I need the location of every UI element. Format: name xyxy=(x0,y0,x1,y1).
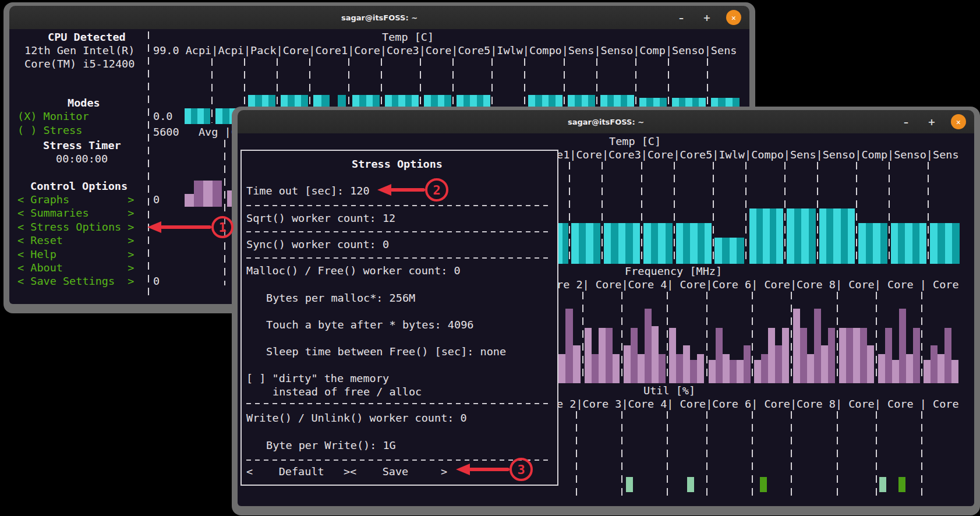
touch-byte-field[interactable]: Touch a byte after * bytes: 4096 xyxy=(266,319,473,331)
menu-reset[interactable]: < Reset > xyxy=(17,235,134,246)
menu-stress-options[interactable]: < Stress Options > xyxy=(17,221,134,233)
menu-save-settings[interactable]: < Save Settings > xyxy=(17,275,134,287)
minimize-button[interactable]: – xyxy=(675,12,688,23)
save-button[interactable]: < Save > xyxy=(350,466,447,478)
front-window-title: sagar@itsFOSS: ~ xyxy=(568,118,644,126)
timeout-field[interactable]: Time out [sec]: 120 xyxy=(246,185,370,197)
close-button[interactable]: ✕ xyxy=(726,10,741,25)
malloc-worker-field[interactable]: Malloc() / Free() worker count: 0 xyxy=(246,265,461,277)
back-titlebar[interactable]: sagar@itsFOSS: ~ – + ✕ xyxy=(9,6,749,29)
front-titlebar[interactable]: sagar@itsFOSS: ~ – + ✕ xyxy=(238,110,974,133)
close-button[interactable]: ✕ xyxy=(951,114,966,129)
bytes-per-malloc-field[interactable]: Bytes per malloc*: 256M xyxy=(266,292,415,304)
menu-about[interactable]: < About > xyxy=(17,262,134,274)
back-window-title: sagar@itsFOSS: ~ xyxy=(341,13,418,22)
default-button[interactable]: < Default > xyxy=(246,466,350,478)
maximize-button[interactable]: + xyxy=(925,116,938,128)
menu-summaries[interactable]: < Summaries > xyxy=(17,207,134,219)
maximize-button[interactable]: + xyxy=(700,12,713,23)
byte-per-write-field[interactable]: Byte per Write(): 1G xyxy=(266,440,396,451)
sqrt-worker-field[interactable]: Sqrt() worker count: 12 xyxy=(246,213,395,224)
sync-worker-field[interactable]: Sync() worker count: 0 xyxy=(246,239,389,250)
sleep-time-field[interactable]: Sleep time between Free() [sec]: none xyxy=(266,346,506,358)
mode-monitor-radio[interactable]: (X) Monitor xyxy=(17,111,89,122)
mode-stress-radio[interactable]: ( ) Stress xyxy=(17,125,82,136)
write-worker-field[interactable]: Write() / Unlink() worker count: 0 xyxy=(246,412,467,424)
minimize-button[interactable]: – xyxy=(900,116,912,128)
menu-graphs[interactable]: < Graphs > xyxy=(17,194,134,206)
front-terminal-window: sagar@itsFOSS: ~ – + ✕ xyxy=(232,107,980,515)
menu-help[interactable]: < Help > xyxy=(17,249,134,260)
dirty-memory-checkbox[interactable]: [ ] "dirty" the memory xyxy=(246,373,389,384)
